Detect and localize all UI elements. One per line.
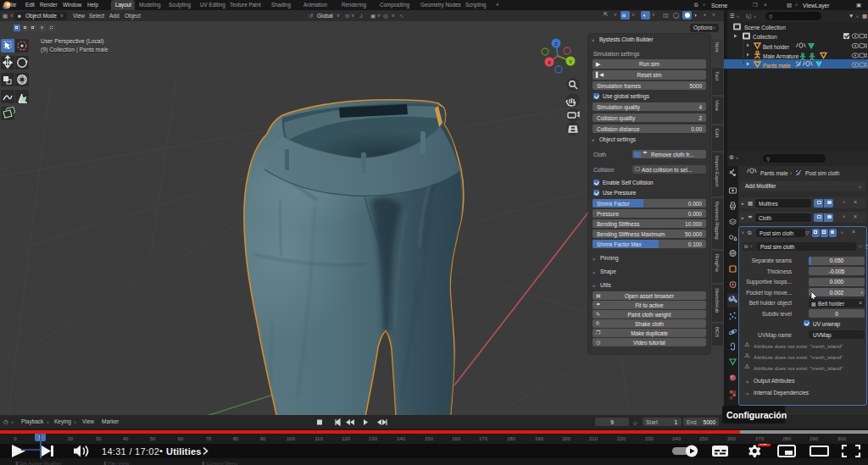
svg-text:Collection: Collection bbox=[753, 34, 777, 40]
svg-text:Pants male: Pants male bbox=[760, 170, 788, 176]
svg-text:Scene Collection: Scene Collection bbox=[744, 25, 786, 30]
svg-text:Y: Y bbox=[569, 59, 572, 64]
svg-text:Male Armature: Male Armature bbox=[763, 53, 799, 59]
svg-text:HD: HD bbox=[760, 444, 768, 446]
svg-text:Pants male: Pants male bbox=[763, 63, 791, 69]
svg-text:14:31 / 17:02: 14:31 / 17:02 bbox=[102, 446, 159, 457]
svg-text:Belt holder: Belt holder bbox=[763, 44, 790, 50]
svg-text:X: X bbox=[548, 60, 551, 65]
svg-text:›: › bbox=[790, 170, 792, 176]
svg-text:Z: Z bbox=[554, 42, 558, 47]
svg-text:Utilities: Utilities bbox=[166, 446, 202, 457]
svg-text:Post sim cloth: Post sim cloth bbox=[805, 170, 840, 176]
